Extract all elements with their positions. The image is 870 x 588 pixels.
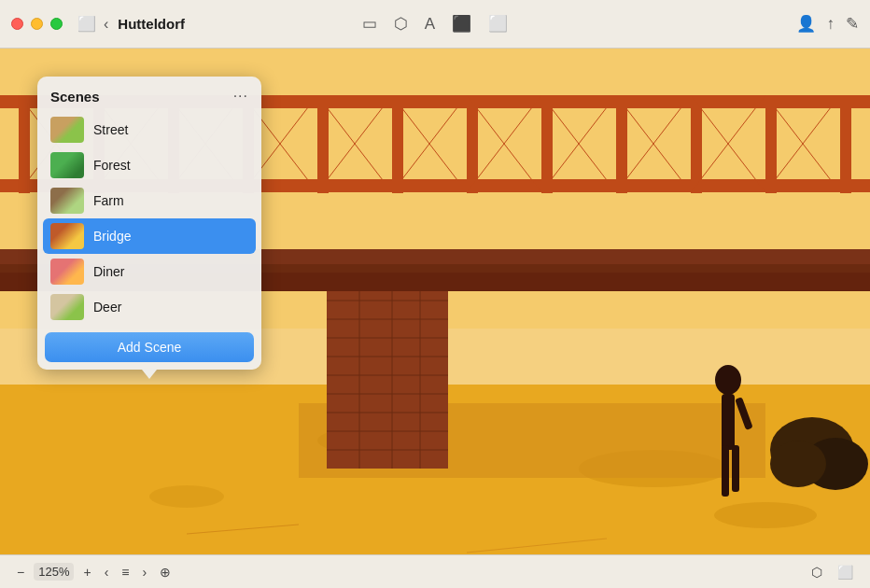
scene-item-farm[interactable]: Farm — [43, 183, 256, 218]
text-icon[interactable]: A — [425, 15, 435, 34]
scene-item-bridge[interactable]: Bridge — [43, 218, 256, 254]
insert-button[interactable]: ⊕ — [156, 563, 175, 581]
svg-rect-35 — [765, 95, 777, 193]
scene-thumbnail-farm — [50, 188, 84, 214]
scenes-more-button[interactable]: ··· — [233, 88, 248, 105]
minimize-button[interactable] — [31, 18, 43, 30]
shapes-icon[interactable]: ⬡ — [394, 14, 408, 34]
svg-rect-25 — [19, 95, 30, 193]
graph-view-button[interactable]: ⬡ — [807, 563, 826, 581]
svg-rect-29 — [317, 95, 329, 193]
bottom-bar: − 125% + ‹ ≡ › ⊕ ⬡ ⬜ — [0, 554, 870, 588]
svg-rect-63 — [732, 445, 739, 492]
scene-item-deer[interactable]: Deer — [43, 289, 256, 325]
svg-rect-32 — [541, 95, 553, 193]
scene-list-button[interactable]: ≡ — [118, 563, 133, 581]
scene-label-farm: Farm — [93, 193, 124, 208]
fullscreen-view-button[interactable]: ⬜ — [834, 563, 857, 581]
bottom-right-controls: ⬡ ⬜ — [807, 563, 857, 581]
scene-label-deer: Deer — [93, 300, 121, 315]
edit-icon[interactable]: ✎ — [846, 14, 859, 34]
toolbar-center: ▭ ⬡ A ⬛ ⬜ — [362, 14, 508, 34]
canvas-area: Scenes ··· Street Forest Farm Bridge — [0, 49, 870, 588]
svg-rect-33 — [616, 95, 627, 193]
scene-label-forest: Forest — [93, 158, 131, 173]
svg-point-6 — [714, 502, 817, 528]
scene-item-diner[interactable]: Diner — [43, 254, 256, 289]
layout-icon[interactable]: ▭ — [362, 14, 377, 34]
zoom-in-button[interactable]: + — [79, 563, 94, 581]
scenes-title: Scenes — [50, 89, 100, 105]
back-button[interactable]: ‹ — [104, 16, 108, 33]
folder-icon[interactable]: ⬜ — [488, 14, 508, 34]
zoom-level[interactable]: 125% — [34, 563, 74, 581]
titlebar: ⬜ ‹ Hutteldorf ▭ ⬡ A ⬛ ⬜ 👤 ↑ ✎ — [0, 0, 870, 49]
scene-label-diner: Diner — [93, 264, 124, 279]
scene-thumbnail-forest — [50, 152, 84, 178]
scene-thumbnail-diner — [50, 259, 84, 285]
svg-point-5 — [149, 485, 224, 508]
account-icon[interactable]: 👤 — [796, 14, 816, 34]
scene-thumbnail-bridge — [50, 223, 84, 249]
scene-thumbnail-street — [50, 117, 84, 143]
prev-scene-button[interactable]: ‹ — [101, 563, 113, 581]
fullscreen-button[interactable] — [50, 18, 63, 30]
next-scene-button[interactable]: › — [138, 563, 150, 581]
close-button[interactable] — [11, 18, 23, 30]
scene-item-forest[interactable]: Forest — [43, 147, 256, 183]
sidebar-toggle-icon[interactable]: ⬜ — [77, 15, 96, 33]
share-icon[interactable]: ↑ — [827, 15, 835, 34]
titlebar-right: 👤 ↑ ✎ — [796, 14, 860, 34]
scenes-panel-header: Scenes ··· — [37, 77, 261, 112]
scene-thumbnail-deer — [50, 294, 84, 320]
scenes-panel: Scenes ··· Street Forest Farm Bridge — [37, 77, 261, 370]
page-title: Hutteldorf — [118, 16, 185, 32]
add-scene-button[interactable]: Add Scene — [45, 332, 254, 362]
scene-label-street: Street — [93, 122, 128, 137]
zoom-out-button[interactable]: − — [13, 563, 28, 581]
svg-rect-34 — [691, 95, 702, 193]
media-icon[interactable]: ⬛ — [452, 14, 471, 34]
svg-rect-61 — [722, 394, 735, 450]
svg-rect-30 — [392, 95, 403, 193]
svg-rect-62 — [722, 445, 729, 497]
svg-point-67 — [770, 441, 826, 487]
traffic-lights — [11, 18, 63, 30]
scene-label-bridge: Bridge — [93, 229, 131, 244]
svg-rect-31 — [467, 95, 478, 193]
svg-rect-36 — [840, 95, 851, 193]
scene-item-street[interactable]: Street — [43, 112, 256, 147]
svg-point-60 — [715, 365, 741, 395]
scene-list: Street Forest Farm Bridge Diner Deer — [37, 112, 261, 325]
